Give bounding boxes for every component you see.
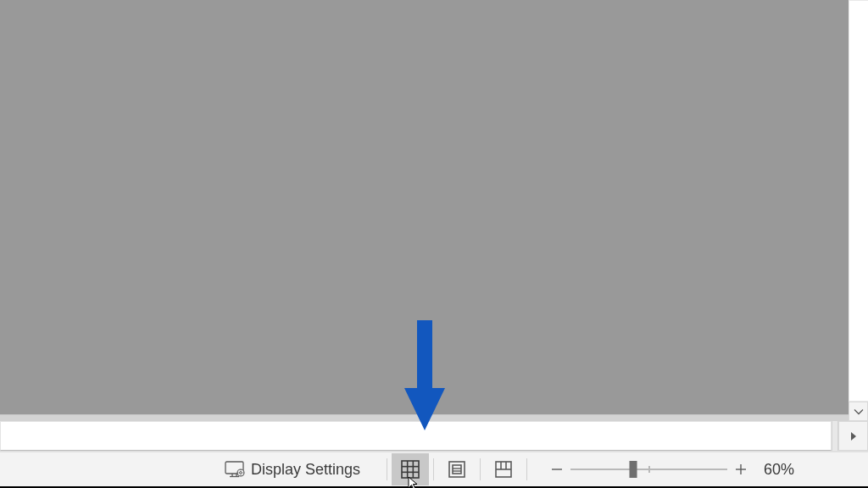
- display-settings-label: Display Settings: [251, 461, 360, 479]
- page-break-preview-button[interactable]: [485, 453, 522, 485]
- zoom-slider[interactable]: [570, 453, 727, 485]
- scrollbar-divider: [832, 421, 838, 451]
- svg-rect-15: [449, 462, 465, 477]
- svg-rect-10: [402, 461, 419, 478]
- scroll-right-button[interactable]: [838, 421, 868, 451]
- zoom-value[interactable]: 60%: [764, 461, 794, 479]
- zoom-controls: 60%: [547, 453, 794, 485]
- zoom-out-button[interactable]: [547, 453, 567, 485]
- separator: [433, 458, 434, 480]
- triangle-right-icon: [849, 430, 858, 442]
- separator: [526, 458, 527, 480]
- vertical-scrollbar[interactable]: [849, 0, 868, 421]
- normal-view-button[interactable]: [392, 453, 429, 485]
- page-layout-view-button[interactable]: [438, 453, 476, 485]
- zoom-slider-thumb[interactable]: [630, 461, 637, 478]
- grid-icon: [400, 459, 420, 480]
- vertical-scrollbar-track[interactable]: [849, 0, 868, 402]
- zoom-in-button[interactable]: [731, 453, 751, 485]
- svg-rect-16: [453, 465, 461, 474]
- horizontal-scrollbar[interactable]: [0, 421, 868, 451]
- chevron-down-icon: [854, 407, 864, 417]
- separator: [387, 458, 387, 480]
- document-canvas[interactable]: [0, 0, 849, 414]
- separator: [480, 458, 481, 480]
- svg-point-4: [237, 469, 244, 476]
- status-bar: Display Settings: [0, 452, 868, 486]
- plus-icon: [734, 463, 748, 476]
- page-layout-icon: [447, 459, 467, 480]
- horizontal-scrollbar-track[interactable]: [0, 421, 832, 451]
- minus-icon: [550, 463, 564, 476]
- zoom-slider-tick: [648, 466, 650, 473]
- view-buttons-group: [382, 453, 531, 485]
- zoom-slider-track: [570, 469, 727, 470]
- display-settings-button[interactable]: Display Settings: [225, 461, 360, 479]
- scroll-down-button[interactable]: [849, 402, 868, 421]
- display-settings-icon: [225, 461, 247, 478]
- hscroll-top-strip: [0, 414, 849, 421]
- page-break-icon: [493, 459, 514, 480]
